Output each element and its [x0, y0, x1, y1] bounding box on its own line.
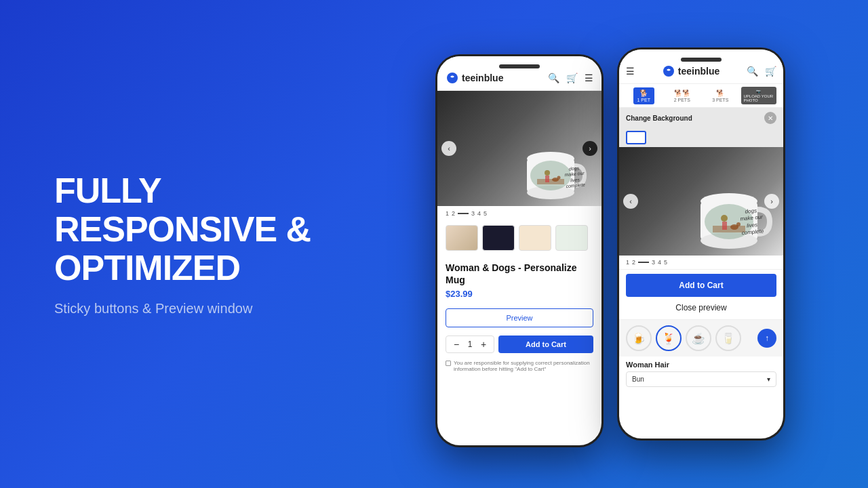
svg-rect-17 — [722, 222, 727, 230]
pet-step-upload[interactable]: 📷 UPLOAD YOUR PHOTO — [741, 87, 777, 104]
phone2-prev-btn[interactable]: ‹ — [623, 194, 638, 209]
hair-section-label: Woman Hair — [626, 361, 776, 369]
thumbnail-3[interactable] — [519, 225, 551, 251]
decrease-qty-btn[interactable]: − — [452, 339, 461, 350]
phone1-header-icons: 🔍 🛒 ☰ — [548, 73, 593, 83]
scroll-item-milk[interactable]: 🥛 — [715, 325, 741, 351]
product-title: Woman & Dogs - Personalize Mug — [446, 262, 593, 286]
thumbnail-2[interactable] — [482, 225, 515, 251]
phone1-cart-row: − 1 + Add to Cart — [437, 336, 601, 356]
chevron-down-icon: ▾ — [767, 375, 770, 383]
add-to-cart-button[interactable]: Add to Cart — [498, 336, 593, 353]
svg-point-10 — [663, 66, 674, 77]
scroll-item-cocktail[interactable]: 🍹 — [656, 325, 682, 351]
svg-point-6 — [545, 170, 550, 176]
phones-container: teeinblue 🔍 🛒 ☰ — [353, 0, 868, 488]
phone2-close-preview-btn[interactable]: Close preview — [626, 300, 776, 315]
upload-icon: 📷 — [756, 89, 761, 94]
svg-point-16 — [721, 215, 728, 222]
two-pets-label: 2 PETS — [674, 98, 690, 102]
phone2-logo-text: teeinblue — [678, 66, 719, 77]
phone1-thumbnails — [437, 221, 601, 255]
quantity-control: − 1 + — [446, 336, 494, 353]
phone1-header: teeinblue 🔍 🛒 ☰ — [437, 56, 601, 91]
phone2-mockup: ☰ teeinblue 🔍 🛒 🐕 — [617, 47, 785, 441]
two-pets-icon: 🐕🐕 — [674, 89, 690, 97]
change-background-bar: Change Background ✕ — [619, 108, 783, 128]
thumbnail-4[interactable] — [555, 225, 588, 251]
hair-select-dropdown[interactable]: Bun ▾ — [626, 371, 776, 387]
phone2-product-image: dogsmake ourlivescomplete ‹ › — [619, 147, 783, 256]
phone2-scroll-items: 🍺 🍹 ☕ 🥛 ↑ — [619, 320, 783, 357]
product-image-bg: dogsmake ourlivescomplete — [437, 91, 601, 206]
phone2-logo-icon — [662, 64, 675, 78]
hamburger-icon[interactable]: ☰ — [626, 66, 635, 77]
phone1-logo-text: teeinblue — [462, 73, 503, 83]
phone1-mockup: teeinblue 🔍 🛒 ☰ — [435, 54, 604, 447]
phone1-product-image: dogsmake ourlivescomplete ‹ › — [437, 91, 601, 206]
phone1-disclaimer: You are responsible for supplying correc… — [437, 360, 601, 372]
disclaimer-checkbox[interactable] — [446, 361, 451, 366]
phone1-preview-area: Preview — [437, 308, 601, 336]
left-section: FULLY RESPONSIVE & OPTIMIZED Sticky butt… — [0, 131, 353, 358]
svg-rect-5 — [537, 179, 564, 184]
product-price: $23.99 — [446, 289, 593, 299]
phone2-pagination: 1 2 3 4 5 — [619, 256, 783, 269]
phone2-mug-text: dogsmake ourlivescomplete — [739, 207, 764, 237]
thumbnail-1[interactable] — [446, 225, 478, 251]
search-icon[interactable]: 🔍 — [548, 73, 559, 83]
scroll-up-btn[interactable]: ↑ — [757, 329, 776, 348]
scroll-item-coffee[interactable]: ☕ — [686, 325, 711, 351]
mug-text: dogsmake ourlivescomplete — [564, 165, 585, 190]
next-image-btn[interactable]: › — [583, 141, 597, 156]
phone1-pagination: 1 2 3 4 5 — [437, 206, 601, 221]
bg-options-row — [619, 128, 783, 147]
phone2-search-icon[interactable]: 🔍 — [747, 66, 758, 77]
close-bg-btn[interactable]: ✕ — [764, 112, 776, 124]
three-pets-icon: 🐕 — [716, 89, 724, 97]
hair-value: Bun — [632, 375, 644, 383]
cart-icon[interactable]: 🛒 — [566, 73, 578, 83]
phone2-next-btn[interactable]: › — [764, 194, 779, 209]
pet-step-2[interactable]: 🐕🐕 2 PETS — [665, 89, 701, 102]
phone2-mug-svg — [688, 181, 776, 252]
pet-step-1[interactable]: 🐕 1 PET — [626, 87, 662, 104]
three-pets-label: 3 PETS — [712, 98, 728, 102]
subtitle: Sticky buttons & Preview window — [54, 301, 312, 317]
preview-button[interactable]: Preview — [446, 308, 593, 327]
pet-steps-row: 🐕 1 PET 🐕🐕 2 PETS 🐕 3 PETS 📷 UPLOAD YOUR… — [619, 84, 783, 108]
scroll-item-beer[interactable]: 🍺 — [626, 325, 652, 351]
phone1-screen: teeinblue 🔍 🛒 ☰ — [437, 56, 601, 445]
svg-point-9 — [557, 176, 561, 180]
svg-point-0 — [447, 73, 458, 83]
quantity-value: 1 — [464, 340, 476, 349]
main-title: FULLY RESPONSIVE & OPTIMIZED — [54, 171, 312, 288]
svg-rect-7 — [545, 176, 549, 182]
phone2-add-to-cart-btn[interactable]: Add to Cart — [626, 274, 776, 297]
pet-step-3[interactable]: 🐕 3 PETS — [703, 89, 738, 102]
bg-option-1[interactable] — [626, 131, 646, 144]
one-pet-icon: 🐕 — [639, 89, 648, 97]
phone2-logo: teeinblue — [662, 64, 719, 78]
upload-label: UPLOAD YOUR PHOTO — [744, 94, 774, 102]
prev-image-btn[interactable]: ‹ — [441, 141, 456, 156]
change-bg-label: Change Background — [626, 115, 692, 122]
phone2-sticky-buttons: Add to Cart Close preview — [619, 269, 783, 320]
phone2-header: ☰ teeinblue 🔍 🛒 — [619, 49, 783, 84]
disclaimer-text: You are responsible for supplying correc… — [454, 360, 593, 372]
teeinblue-logo-icon — [446, 71, 459, 85]
one-pet-label: 1 PET — [637, 98, 650, 102]
phone2-header-icons: 🔍 🛒 — [747, 66, 776, 77]
phone1-product-info: Woman & Dogs - Personalize Mug $23.99 — [437, 255, 601, 308]
phone2-screen: ☰ teeinblue 🔍 🛒 🐕 — [619, 49, 783, 439]
phone2-cart-icon[interactable]: 🛒 — [765, 66, 776, 77]
phone2-hair-section: Woman Hair Bun ▾ — [619, 357, 783, 391]
menu-icon[interactable]: ☰ — [585, 73, 593, 83]
phone1-logo: teeinblue — [446, 71, 503, 85]
increase-qty-btn[interactable]: + — [479, 339, 488, 350]
